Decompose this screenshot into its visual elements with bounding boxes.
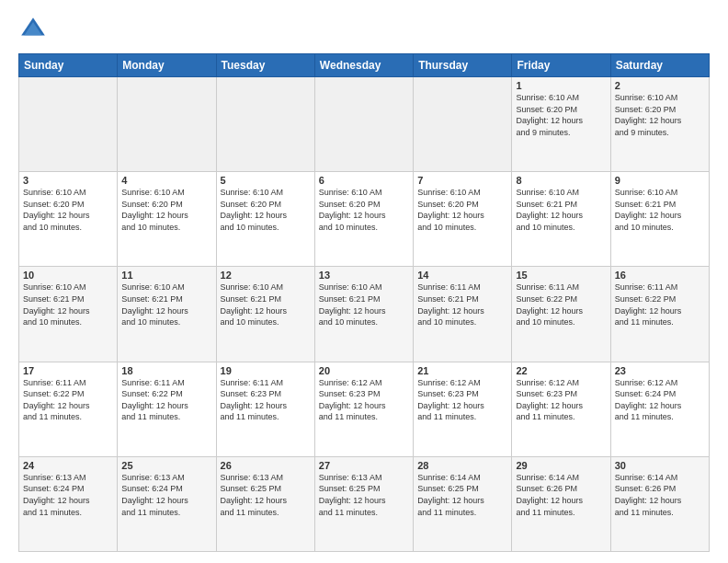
day-info: Sunrise: 6:10 AM Sunset: 6:21 PM Dayligh… [221, 282, 311, 327]
col-header-thursday: Thursday [414, 54, 512, 77]
day-info: Sunrise: 6:11 AM Sunset: 6:22 PM Dayligh… [23, 377, 113, 423]
day-number: 15 [516, 270, 606, 281]
calendar-cell: 11Sunrise: 6:10 AM Sunset: 6:21 PM Dayli… [118, 267, 216, 362]
day-info: Sunrise: 6:10 AM Sunset: 6:20 PM Dayligh… [615, 92, 705, 138]
calendar-cell: 12Sunrise: 6:10 AM Sunset: 6:21 PM Dayli… [216, 267, 314, 362]
day-info: Sunrise: 6:10 AM Sunset: 6:21 PM Dayligh… [319, 282, 409, 327]
day-info: Sunrise: 6:10 AM Sunset: 6:20 PM Dayligh… [417, 187, 507, 233]
calendar-cell: 7Sunrise: 6:10 AM Sunset: 6:20 PM Daylig… [414, 172, 512, 267]
day-info: Sunrise: 6:13 AM Sunset: 6:25 PM Dayligh… [221, 472, 311, 518]
day-info: Sunrise: 6:10 AM Sunset: 6:20 PM Dayligh… [23, 187, 113, 233]
week-row-2: 3Sunrise: 6:10 AM Sunset: 6:20 PM Daylig… [19, 172, 710, 267]
calendar-cell: 2Sunrise: 6:10 AM Sunset: 6:20 PM Daylig… [610, 77, 709, 172]
week-row-5: 24Sunrise: 6:13 AM Sunset: 6:24 PM Dayli… [19, 456, 710, 551]
calendar-cell [216, 77, 314, 172]
calendar-cell: 14Sunrise: 6:11 AM Sunset: 6:21 PM Dayli… [414, 267, 512, 362]
day-number: 8 [516, 175, 606, 186]
week-row-4: 17Sunrise: 6:11 AM Sunset: 6:22 PM Dayli… [19, 362, 710, 456]
calendar-cell: 19Sunrise: 6:11 AM Sunset: 6:23 PM Dayli… [216, 362, 314, 456]
logo-icon [18, 15, 48, 44]
calendar-cell: 10Sunrise: 6:10 AM Sunset: 6:21 PM Dayli… [19, 267, 118, 362]
calendar-cell: 1Sunrise: 6:10 AM Sunset: 6:20 PM Daylig… [512, 77, 610, 172]
page: SundayMondayTuesdayWednesdayThursdayFrid… [0, 0, 728, 563]
day-number: 19 [221, 365, 311, 376]
calendar-header: SundayMondayTuesdayWednesdayThursdayFrid… [19, 54, 710, 77]
day-number: 27 [319, 460, 409, 471]
calendar-cell: 9Sunrise: 6:10 AM Sunset: 6:21 PM Daylig… [610, 172, 709, 267]
day-number: 10 [23, 270, 113, 281]
logo [18, 15, 51, 44]
day-number: 20 [319, 365, 409, 376]
col-header-sunday: Sunday [19, 54, 118, 77]
day-info: Sunrise: 6:10 AM Sunset: 6:21 PM Dayligh… [23, 282, 113, 327]
col-header-friday: Friday [512, 54, 610, 77]
day-info: Sunrise: 6:12 AM Sunset: 6:23 PM Dayligh… [516, 377, 606, 423]
day-number: 2 [615, 80, 705, 91]
day-info: Sunrise: 6:14 AM Sunset: 6:26 PM Dayligh… [615, 472, 705, 518]
calendar-cell [314, 77, 413, 172]
calendar-cell: 26Sunrise: 6:13 AM Sunset: 6:25 PM Dayli… [216, 456, 314, 551]
day-number: 23 [615, 365, 705, 376]
calendar-cell: 6Sunrise: 6:10 AM Sunset: 6:20 PM Daylig… [314, 172, 413, 267]
day-info: Sunrise: 6:10 AM Sunset: 6:21 PM Dayligh… [516, 187, 606, 233]
week-row-3: 10Sunrise: 6:10 AM Sunset: 6:21 PM Dayli… [19, 267, 710, 362]
col-header-wednesday: Wednesday [314, 54, 413, 77]
day-number: 28 [417, 460, 507, 471]
calendar-cell [19, 77, 118, 172]
calendar-cell: 5Sunrise: 6:10 AM Sunset: 6:20 PM Daylig… [216, 172, 314, 267]
day-number: 21 [417, 365, 507, 376]
day-number: 11 [121, 270, 211, 281]
day-number: 14 [417, 270, 507, 281]
calendar-cell: 15Sunrise: 6:11 AM Sunset: 6:22 PM Dayli… [512, 267, 610, 362]
calendar-cell: 25Sunrise: 6:13 AM Sunset: 6:24 PM Dayli… [118, 456, 216, 551]
day-info: Sunrise: 6:11 AM Sunset: 6:23 PM Dayligh… [221, 377, 311, 423]
day-info: Sunrise: 6:10 AM Sunset: 6:21 PM Dayligh… [121, 282, 211, 327]
day-number: 22 [516, 365, 606, 376]
day-number: 24 [23, 460, 113, 471]
calendar-cell: 29Sunrise: 6:14 AM Sunset: 6:26 PM Dayli… [512, 456, 610, 551]
calendar-cell: 17Sunrise: 6:11 AM Sunset: 6:22 PM Dayli… [19, 362, 118, 456]
day-number: 30 [615, 460, 705, 471]
day-info: Sunrise: 6:10 AM Sunset: 6:20 PM Dayligh… [319, 187, 409, 233]
calendar-cell: 24Sunrise: 6:13 AM Sunset: 6:24 PM Dayli… [19, 456, 118, 551]
col-header-monday: Monday [118, 54, 216, 77]
col-header-saturday: Saturday [610, 54, 709, 77]
calendar-cell: 21Sunrise: 6:12 AM Sunset: 6:23 PM Dayli… [414, 362, 512, 456]
day-number: 16 [615, 270, 705, 281]
day-info: Sunrise: 6:12 AM Sunset: 6:23 PM Dayligh… [417, 377, 507, 423]
day-info: Sunrise: 6:10 AM Sunset: 6:21 PM Dayligh… [615, 187, 705, 233]
calendar-cell [414, 77, 512, 172]
day-info: Sunrise: 6:13 AM Sunset: 6:25 PM Dayligh… [319, 472, 409, 518]
calendar-cell: 16Sunrise: 6:11 AM Sunset: 6:22 PM Dayli… [610, 267, 709, 362]
calendar-cell: 22Sunrise: 6:12 AM Sunset: 6:23 PM Dayli… [512, 362, 610, 456]
day-info: Sunrise: 6:11 AM Sunset: 6:22 PM Dayligh… [121, 377, 211, 423]
calendar-cell: 28Sunrise: 6:14 AM Sunset: 6:25 PM Dayli… [414, 456, 512, 551]
day-number: 12 [221, 270, 311, 281]
day-info: Sunrise: 6:13 AM Sunset: 6:24 PM Dayligh… [23, 472, 113, 518]
day-number: 26 [221, 460, 311, 471]
day-headers-row: SundayMondayTuesdayWednesdayThursdayFrid… [19, 54, 710, 77]
calendar-cell: 18Sunrise: 6:11 AM Sunset: 6:22 PM Dayli… [118, 362, 216, 456]
day-number: 18 [121, 365, 211, 376]
day-info: Sunrise: 6:11 AM Sunset: 6:22 PM Dayligh… [615, 282, 705, 327]
day-info: Sunrise: 6:13 AM Sunset: 6:24 PM Dayligh… [121, 472, 211, 518]
day-info: Sunrise: 6:14 AM Sunset: 6:26 PM Dayligh… [516, 472, 606, 518]
day-info: Sunrise: 6:12 AM Sunset: 6:23 PM Dayligh… [319, 377, 409, 423]
day-number: 25 [121, 460, 211, 471]
calendar-cell: 30Sunrise: 6:14 AM Sunset: 6:26 PM Dayli… [610, 456, 709, 551]
day-info: Sunrise: 6:11 AM Sunset: 6:21 PM Dayligh… [417, 282, 507, 327]
day-number: 6 [319, 175, 409, 186]
calendar-cell: 4Sunrise: 6:10 AM Sunset: 6:20 PM Daylig… [118, 172, 216, 267]
day-number: 5 [221, 175, 311, 186]
day-info: Sunrise: 6:10 AM Sunset: 6:20 PM Dayligh… [121, 187, 211, 233]
calendar-table: SundayMondayTuesdayWednesdayThursdayFrid… [18, 53, 710, 552]
day-info: Sunrise: 6:14 AM Sunset: 6:25 PM Dayligh… [417, 472, 507, 518]
col-header-tuesday: Tuesday [216, 54, 314, 77]
week-row-1: 1Sunrise: 6:10 AM Sunset: 6:20 PM Daylig… [19, 77, 710, 172]
calendar-cell: 3Sunrise: 6:10 AM Sunset: 6:20 PM Daylig… [19, 172, 118, 267]
calendar-body: 1Sunrise: 6:10 AM Sunset: 6:20 PM Daylig… [19, 77, 710, 552]
calendar-cell: 8Sunrise: 6:10 AM Sunset: 6:21 PM Daylig… [512, 172, 610, 267]
day-number: 13 [319, 270, 409, 281]
day-number: 7 [417, 175, 507, 186]
day-info: Sunrise: 6:10 AM Sunset: 6:20 PM Dayligh… [221, 187, 311, 233]
